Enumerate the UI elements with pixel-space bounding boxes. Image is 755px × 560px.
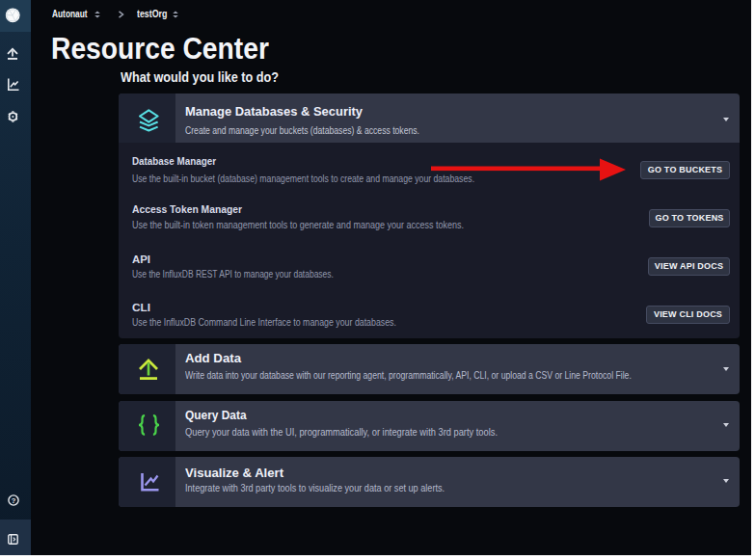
svg-text:?: ? bbox=[11, 496, 15, 505]
